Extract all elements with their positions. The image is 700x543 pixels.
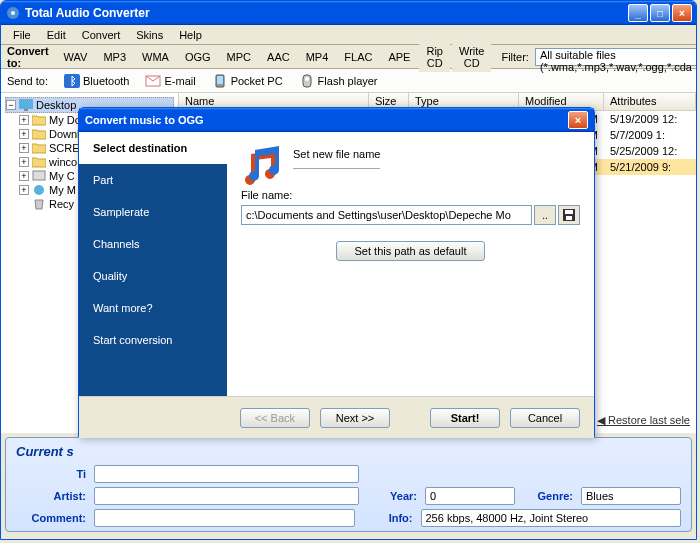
svg-point-11 — [34, 185, 44, 195]
format-wma[interactable]: WMA — [135, 48, 176, 66]
format-wav[interactable]: WAV — [57, 48, 95, 66]
comment-value — [94, 509, 355, 527]
format-mp3[interactable]: MP3 — [96, 48, 133, 66]
convert-dialog: Convert music to OGG × Select destinatio… — [78, 107, 595, 437]
step-quality[interactable]: Quality — [79, 260, 227, 292]
pocketpc-icon — [212, 74, 228, 88]
sendto-email[interactable]: E-mail — [141, 72, 199, 90]
tree-toggle-icon[interactable]: + — [19, 143, 29, 153]
tree-label: winco — [49, 156, 77, 168]
tree-toggle-icon[interactable]: + — [19, 185, 29, 195]
email-icon — [145, 74, 161, 88]
filter-select[interactable]: All suitable files (*.wma,*.mp3,*.wav,*.… — [535, 48, 697, 66]
format-mpc[interactable]: MPC — [220, 48, 258, 66]
tree-label: SCRE — [49, 142, 80, 154]
info-label: Info: — [363, 512, 413, 524]
folder-icon — [32, 114, 46, 126]
folder-icon — [32, 142, 46, 154]
format-flac[interactable]: FLAC — [337, 48, 379, 66]
tree-toggle-icon — [19, 199, 29, 209]
genre-label: Genre: — [523, 490, 573, 502]
year-value: 0 — [425, 487, 515, 505]
save-icon-button[interactable] — [558, 205, 580, 225]
menu-edit[interactable]: Edit — [39, 27, 74, 43]
title-label: Ti — [16, 468, 86, 480]
computer-icon — [32, 170, 46, 182]
format-ripcd[interactable]: Rip CD — [419, 42, 450, 72]
col-attributes[interactable]: Attributes — [604, 93, 696, 110]
divider — [293, 168, 380, 169]
info-value: 256 kbps, 48000 Hz, Joint Stereo — [421, 509, 682, 527]
dialog-footer: << Back Next >> Start! Cancel — [79, 396, 594, 438]
desktop-icon — [19, 99, 33, 111]
tree-toggle-icon[interactable]: + — [19, 129, 29, 139]
set-default-path-button[interactable]: Set this path as default — [336, 241, 486, 261]
dialog-close-button[interactable]: × — [568, 111, 588, 129]
svg-rect-14 — [566, 216, 572, 220]
menubar: File Edit Convert Skins Help — [1, 25, 696, 45]
player-bar: ▶ ■ ◀◀ ▶▶ 🔊 — [1, 536, 696, 540]
svg-rect-8 — [19, 99, 33, 109]
comment-label: Comment: — [16, 512, 86, 524]
dialog-steps-sidebar: Select destination Part Samplerate Chann… — [79, 132, 227, 396]
step-wantmore[interactable]: Want more? — [79, 292, 227, 324]
close-button[interactable]: × — [672, 4, 692, 22]
recycle-icon — [32, 198, 46, 210]
current-selection-panel: Current s Ti Artist: Year: 0 Genre: Blue… — [5, 437, 692, 532]
next-button[interactable]: Next >> — [320, 408, 390, 428]
sendto-label-text: E-mail — [164, 75, 195, 87]
minimize-button[interactable]: _ — [628, 4, 648, 22]
app-icon — [5, 5, 21, 21]
music-note-icon — [241, 146, 283, 188]
format-mp4[interactable]: MP4 — [299, 48, 336, 66]
menu-file[interactable]: File — [5, 27, 39, 43]
dialog-body: Select destination Part Samplerate Chann… — [79, 132, 594, 396]
tree-toggle-icon[interactable]: + — [19, 171, 29, 181]
tree-label: Recy — [49, 198, 74, 210]
dialog-heading: Set new file name — [293, 148, 380, 160]
sendto-label-text: Flash player — [318, 75, 378, 87]
step-samplerate[interactable]: Samplerate — [79, 196, 227, 228]
sendto-pocketpc[interactable]: Pocket PC — [208, 72, 287, 90]
tree-label: My C — [49, 170, 75, 182]
tree-label: Desktop — [36, 99, 76, 111]
convert-toolbar: Convert to: WAV MP3 WMA OGG MPC AAC MP4 … — [1, 45, 696, 69]
current-title: Current s — [16, 444, 681, 459]
step-channels[interactable]: Channels — [79, 228, 227, 260]
menu-convert[interactable]: Convert — [74, 27, 129, 43]
folder-icon — [32, 156, 46, 168]
restore-selection-link[interactable]: Restore last sele — [597, 414, 690, 427]
tree-toggle-icon[interactable]: + — [19, 115, 29, 125]
sendto-bluetooth[interactable]: Bluetooth — [60, 72, 133, 90]
dialog-content: Set new file name File name: .. Set this… — [227, 132, 594, 396]
format-ape[interactable]: APE — [381, 48, 417, 66]
format-aac[interactable]: AAC — [260, 48, 297, 66]
filter-label: Filter: — [501, 51, 529, 63]
svg-rect-5 — [217, 76, 223, 84]
sendto-label: Send to: — [7, 75, 48, 87]
network-icon — [32, 184, 46, 196]
maximize-button[interactable]: □ — [650, 4, 670, 22]
svg-point-1 — [11, 11, 15, 15]
menu-help[interactable]: Help — [171, 27, 210, 43]
start-button[interactable]: Start! — [430, 408, 500, 428]
browse-button[interactable]: .. — [534, 205, 556, 225]
format-ogg[interactable]: OGG — [178, 48, 218, 66]
step-start[interactable]: Start conversion — [79, 324, 227, 356]
cancel-button[interactable]: Cancel — [510, 408, 580, 428]
tree-toggle-icon[interactable]: − — [6, 100, 16, 110]
title-value — [94, 465, 359, 483]
tree-toggle-icon[interactable]: + — [19, 157, 29, 167]
artist-value — [94, 487, 359, 505]
menu-skins[interactable]: Skins — [128, 27, 171, 43]
format-writecd[interactable]: Write CD — [452, 42, 491, 72]
artist-label: Artist: — [16, 490, 86, 502]
step-select-destination[interactable]: Select destination — [79, 132, 227, 164]
dialog-title: Convert music to OGG — [85, 114, 204, 126]
svg-rect-13 — [565, 210, 573, 214]
sendto-flash[interactable]: Flash player — [295, 72, 382, 90]
step-part[interactable]: Part — [79, 164, 227, 196]
genre-value: Blues — [581, 487, 681, 505]
dialog-titlebar: Convert music to OGG × — [79, 108, 594, 132]
filename-input[interactable] — [241, 205, 532, 225]
